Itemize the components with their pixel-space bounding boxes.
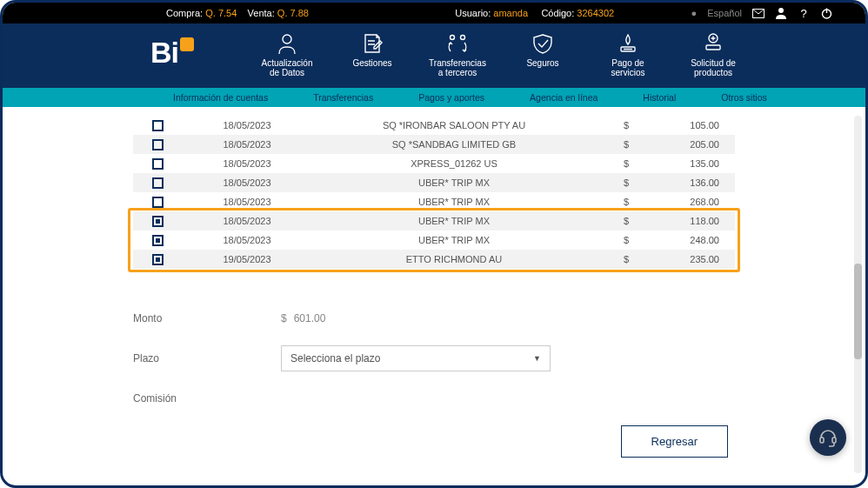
row-checkbox[interactable] — [152, 139, 164, 150]
row-date: 19/05/2023 — [182, 250, 312, 269]
globe-icon: ● — [691, 8, 698, 18]
row-amount: 118.00 — [657, 211, 735, 231]
subnav-otros-sitios[interactable]: Otros sitios — [721, 92, 767, 103]
svg-rect-15 — [820, 438, 824, 443]
monto-currency: $ — [281, 312, 287, 324]
table-row: 19/05/2023ETTO RICHMOND AU$235.00 — [133, 250, 735, 269]
logo-accent — [180, 37, 194, 51]
comision-label: Comisión — [133, 392, 281, 404]
svg-point-8 — [461, 36, 465, 40]
nav-pago-servicios[interactable]: Pago de servicios — [598, 32, 658, 77]
nav-solicitud-productos[interactable]: Solicitud de productos — [683, 32, 744, 77]
row-checkbox[interactable] — [152, 158, 164, 170]
main-header: Bi Actualización de Datos Gestiones Tran… — [3, 23, 865, 88]
plazo-select[interactable]: Selecciona el plazo ▼ — [281, 345, 551, 371]
transactions-table: 18/05/2023SQ *IRONBAR SALOON PTY AU$105.… — [133, 116, 735, 269]
row-checkbox[interactable] — [152, 120, 164, 131]
row-amount: 248.00 — [657, 231, 735, 250]
row-date: 18/05/2023 — [182, 154, 312, 173]
svg-rect-16 — [832, 438, 836, 443]
table-row: 18/05/2023SQ *SANDBAG LIMITED GB$205.00 — [133, 135, 735, 154]
mail-icon[interactable] — [752, 7, 765, 19]
row-date: 18/05/2023 — [182, 231, 312, 250]
main-content: 18/05/2023SQ *IRONBAR SALOON PTY AU$105.… — [3, 107, 865, 485]
row-desc: XPRESS_01262 US — [312, 154, 596, 173]
row-checkbox[interactable] — [152, 254, 164, 265]
row-checkbox[interactable] — [152, 216, 164, 227]
power-icon[interactable] — [820, 7, 832, 19]
row-currency: $ — [596, 154, 657, 173]
chevron-down-icon: ▼ — [533, 354, 541, 363]
row-currency: $ — [596, 231, 657, 250]
nav-transferencias-terceros[interactable]: Transferencias a terceros — [427, 32, 488, 77]
plazo-label: Plazo — [133, 352, 281, 364]
row-date: 18/05/2023 — [182, 135, 312, 154]
venta-value: Q. 7.88 — [277, 8, 309, 18]
row-desc: SQ *SANDBAG LIMITED GB — [312, 135, 596, 154]
table-row: 18/05/2023UBER* TRIP MX$118.00 — [133, 211, 735, 231]
row-checkbox[interactable] — [152, 177, 164, 189]
row-desc: SQ *IRONBAR SALOON PTY AU — [312, 116, 596, 135]
svg-point-1 — [778, 8, 784, 13]
svg-point-7 — [451, 36, 455, 40]
usuario-value: amanda — [493, 8, 528, 18]
row-amount: 136.00 — [657, 173, 735, 192]
compra-value: Q. 7.54 — [205, 8, 237, 18]
table-row: 18/05/2023XPRESS_01262 US$135.00 — [133, 154, 735, 173]
row-amount: 105.00 — [657, 116, 735, 135]
scrollbar-thumb[interactable] — [854, 264, 862, 359]
row-date: 18/05/2023 — [182, 211, 312, 231]
row-desc: UBER* TRIP MX — [312, 173, 596, 192]
subnav-transferencias[interactable]: Transferencias — [313, 92, 373, 103]
row-amount: 235.00 — [657, 250, 735, 269]
row-checkbox[interactable] — [152, 235, 164, 246]
top-info-bar: Compra: Q. 7.54 Venta: Q. 7.88 Usuario: … — [3, 3, 865, 23]
row-date: 18/05/2023 — [182, 116, 312, 135]
user-icon[interactable] — [775, 7, 787, 19]
row-checkbox[interactable] — [152, 197, 164, 208]
monto-value: 601.00 — [294, 312, 326, 324]
codigo-value: 3264302 — [577, 8, 614, 18]
row-amount: 205.00 — [657, 135, 735, 154]
table-row: 18/05/2023SQ *IRONBAR SALOON PTY AU$105.… — [133, 116, 735, 135]
subnav-pagos-aportes[interactable]: Pagos y aportes — [418, 92, 484, 103]
row-desc: ETTO RICHMOND AU — [312, 250, 596, 269]
venta-label: Venta: — [248, 8, 275, 18]
row-date: 18/05/2023 — [182, 192, 312, 211]
row-desc: UBER* TRIP MX — [312, 192, 596, 211]
table-row: 18/05/2023UBER* TRIP MX$136.00 — [133, 173, 735, 192]
codigo-label: Código: — [541, 8, 574, 18]
nav-seguros[interactable]: Seguros — [512, 32, 573, 77]
subnav-agencia-linea[interactable]: Agencia en línea — [530, 92, 598, 103]
row-currency: $ — [596, 211, 657, 231]
nav-actualizacion-datos[interactable]: Actualización de Datos — [257, 32, 317, 77]
usuario-label: Usuario: — [455, 8, 491, 18]
svg-point-4 — [283, 35, 291, 43]
monto-label: Monto — [133, 312, 281, 324]
row-date: 18/05/2023 — [182, 173, 312, 192]
row-currency: $ — [596, 116, 657, 135]
compra-label: Compra: — [166, 8, 203, 18]
subnav-info-cuentas[interactable]: Información de cuentas — [173, 92, 268, 103]
row-currency: $ — [596, 173, 657, 192]
row-currency: $ — [596, 135, 657, 154]
table-row: 18/05/2023UBER* TRIP MX$248.00 — [133, 231, 735, 250]
table-row: 18/05/2023UBER* TRIP MX$268.00 — [133, 192, 735, 211]
row-amount: 135.00 — [657, 154, 735, 173]
regresar-button[interactable]: Regresar — [621, 425, 728, 458]
row-desc: UBER* TRIP MX — [312, 211, 596, 231]
support-fab[interactable] — [810, 419, 846, 456]
sub-nav: Información de cuentas Transferencias Pa… — [3, 88, 865, 107]
row-currency: $ — [596, 192, 657, 211]
row-currency: $ — [596, 250, 657, 269]
language-label[interactable]: Español — [707, 8, 742, 18]
svg-rect-14 — [706, 45, 720, 50]
subnav-historial[interactable]: Historial — [643, 92, 676, 103]
row-desc: UBER* TRIP MX — [312, 231, 596, 250]
help-icon[interactable]: ? — [798, 7, 810, 19]
nav-gestiones[interactable]: Gestiones — [342, 32, 403, 77]
logo[interactable]: Bi — [150, 36, 194, 70]
row-amount: 268.00 — [657, 192, 735, 211]
